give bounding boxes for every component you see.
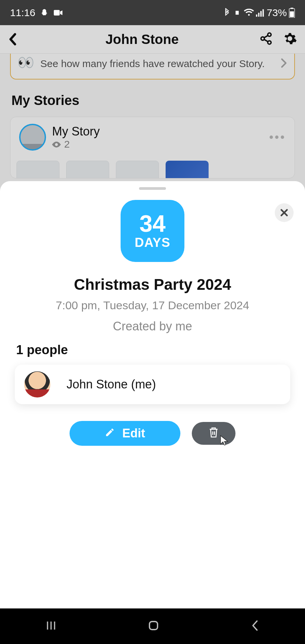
my-story-row[interactable]: My Story 2 ••• (10, 117, 295, 155)
more-icon[interactable]: ••• (269, 130, 286, 144)
svg-rect-7 (290, 11, 294, 17)
android-back-button[interactable] (250, 620, 260, 633)
svg-rect-3 (260, 11, 262, 16)
countdown-badge: 34 DAYS (121, 200, 184, 262)
cursor-icon (219, 435, 229, 447)
recent-apps-button[interactable] (45, 620, 57, 633)
battery-icon (289, 8, 295, 18)
page-title: John Stone (25, 32, 259, 47)
edit-button[interactable]: Edit (70, 421, 180, 446)
event-title: Christmas Party 2024 (0, 275, 305, 293)
story-title: My Story (52, 124, 269, 139)
countdown-number: 34 (139, 212, 166, 235)
status-time: 11:16 (10, 7, 35, 18)
sheet-drag-handle[interactable] (139, 187, 166, 190)
bluetooth-icon (224, 8, 230, 17)
event-datetime: 7:00 pm, Tuesday, 17 December 2024 (0, 299, 305, 312)
settings-gear-icon[interactable] (283, 32, 297, 47)
svg-rect-2 (258, 13, 259, 17)
rewatch-text: See how many friends have rewatched your… (40, 57, 274, 71)
close-button[interactable] (275, 203, 294, 222)
edit-label: Edit (122, 426, 145, 440)
eyes-icon: 👀 (17, 56, 34, 69)
android-nav-bar (0, 608, 305, 644)
svg-rect-11 (149, 622, 158, 630)
battery-percentage: 73% (267, 7, 287, 18)
svg-rect-1 (256, 14, 257, 17)
avatar (24, 371, 50, 397)
story-thumbnails (10, 155, 295, 178)
snapchat-notification-icon (40, 8, 49, 17)
story-view-count: 2 (64, 139, 70, 150)
eye-icon (52, 139, 61, 150)
people-count: 1 people (0, 343, 305, 365)
person-card[interactable]: John Stone (me) (15, 365, 290, 404)
story-thumb[interactable] (16, 161, 59, 178)
vibrate-icon (232, 8, 242, 17)
story-thumb[interactable] (116, 161, 159, 178)
trash-icon (208, 427, 219, 440)
countdown-unit: DAYS (135, 235, 170, 250)
countdown-bottom-sheet: 34 DAYS Christmas Party 2024 7:00 pm, Tu… (0, 181, 305, 608)
signal-icon (256, 9, 265, 17)
svg-point-9 (261, 37, 264, 40)
story-avatar (19, 124, 46, 151)
share-icon[interactable] (259, 32, 273, 47)
app-header: John Stone (0, 25, 305, 54)
event-created-by: Created by me (0, 319, 305, 333)
my-stories-heading: My Stories (0, 93, 305, 117)
delete-button[interactable] (192, 422, 235, 445)
svg-point-10 (268, 41, 271, 44)
status-bar: 11:16 73% (0, 0, 305, 25)
svg-rect-0 (54, 10, 60, 15)
back-button[interactable] (8, 33, 25, 46)
rewatch-promo-card[interactable]: 👀 See how many friends have rewatched yo… (10, 54, 295, 79)
camera-icon (53, 9, 63, 16)
story-thumb[interactable] (166, 161, 209, 178)
pencil-icon (105, 426, 115, 440)
wifi-icon (244, 9, 254, 17)
svg-rect-4 (262, 9, 264, 16)
svg-point-8 (268, 33, 271, 36)
chevron-right-icon (280, 58, 288, 70)
story-thumb[interactable] (66, 161, 109, 178)
stories-card: My Story 2 ••• (10, 117, 295, 178)
person-name: John Stone (me) (67, 377, 156, 391)
home-button[interactable] (147, 620, 160, 633)
